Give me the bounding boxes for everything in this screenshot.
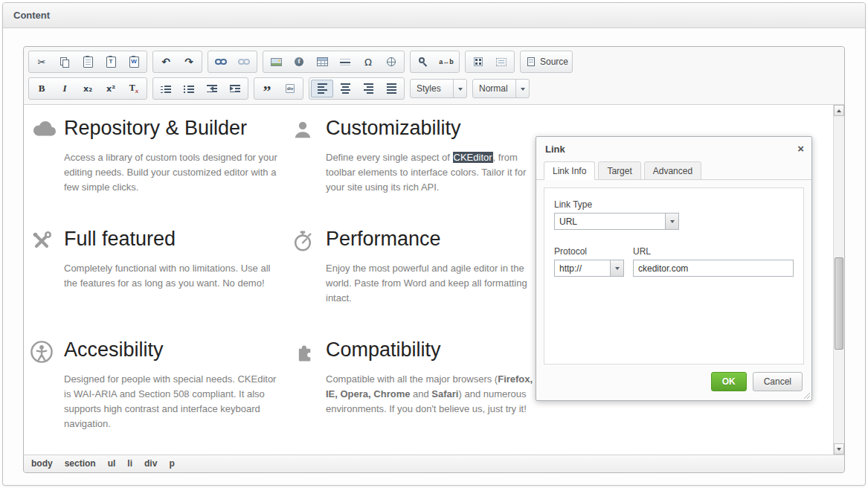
dialog-footer: OK Cancel bbox=[536, 370, 811, 400]
align-left-icon bbox=[316, 83, 329, 95]
content-titlebar: Content bbox=[3, 3, 865, 28]
toolbar-group: BIx₂x²Tx bbox=[28, 77, 147, 100]
text-segment: Completely functional with no limitation… bbox=[64, 263, 270, 289]
iframe-button[interactable] bbox=[380, 53, 402, 71]
replace-button[interactable]: a↔b bbox=[435, 53, 457, 71]
path-item-section[interactable]: section bbox=[65, 458, 96, 469]
align-left-button[interactable] bbox=[311, 80, 333, 97]
flash-button[interactable] bbox=[288, 53, 310, 71]
bulleted-list-button[interactable] bbox=[178, 80, 200, 97]
paste-text-button[interactable]: T bbox=[100, 53, 122, 71]
protocol-url-row: Protocol http:// URL bbox=[554, 246, 794, 277]
link-type-select[interactable]: URL bbox=[554, 213, 679, 230]
toolbar-group: ↶↷ bbox=[152, 51, 202, 73]
vertical-scrollbar[interactable] bbox=[833, 105, 844, 455]
italic-button[interactable]: I bbox=[54, 80, 76, 97]
resize-handle[interactable] bbox=[803, 391, 810, 399]
remove-format-button[interactable]: Tx bbox=[123, 80, 145, 97]
redo-icon: ↷ bbox=[183, 56, 196, 68]
url-input[interactable] bbox=[633, 260, 794, 277]
dialog-body: Link Type URL Protocol http:// bbox=[544, 187, 804, 365]
redo-button[interactable]: ↷ bbox=[178, 53, 200, 71]
close-icon[interactable]: × bbox=[797, 143, 804, 154]
accessibility-icon bbox=[30, 338, 64, 431]
dropdown-button[interactable] bbox=[665, 214, 678, 229]
outdent-button[interactable] bbox=[201, 80, 223, 97]
remove-format-icon: Tx bbox=[128, 83, 141, 95]
bold-button[interactable]: B bbox=[30, 80, 53, 97]
toolbar-group bbox=[208, 51, 257, 73]
source-button[interactable]: Source bbox=[522, 53, 570, 71]
tab-link-info[interactable]: Link Info bbox=[544, 161, 595, 180]
source-icon bbox=[524, 56, 537, 68]
align-right-button[interactable] bbox=[357, 80, 379, 97]
dialog-header[interactable]: Link × bbox=[536, 137, 811, 161]
subscript-icon: x₂ bbox=[82, 83, 94, 95]
link-button[interactable] bbox=[210, 53, 232, 71]
cancel-button[interactable]: Cancel bbox=[753, 372, 803, 391]
horizontal-rule-button[interactable] bbox=[334, 53, 356, 71]
indent-button[interactable] bbox=[224, 80, 246, 97]
source-label: Source bbox=[540, 57, 568, 67]
undo-button[interactable]: ↶ bbox=[155, 53, 177, 71]
tab-target[interactable]: Target bbox=[598, 161, 640, 180]
blockquote-button[interactable]: ” bbox=[256, 80, 278, 97]
feature-title: Repository & Builder bbox=[64, 117, 284, 140]
content-window: Content ✂TW↶↷Ωa↔bSourceBIx₂x²Tx”divStyle… bbox=[2, 2, 866, 486]
find-button[interactable] bbox=[412, 53, 434, 71]
maximize-button[interactable] bbox=[467, 53, 489, 71]
feature-text: Completely functional with no limitation… bbox=[64, 261, 284, 291]
show-blocks-button[interactable] bbox=[490, 53, 512, 71]
align-justify-button[interactable] bbox=[380, 80, 402, 97]
numbered-list-icon bbox=[160, 83, 173, 95]
table-button[interactable] bbox=[311, 53, 333, 71]
protocol-select[interactable]: http:// bbox=[554, 260, 624, 277]
styles-combo[interactable]: Styles bbox=[410, 79, 467, 98]
numbered-list-button[interactable] bbox=[155, 80, 177, 97]
page: Content ✂TW↶↷Ωa↔bSourceBIx₂x²Tx”divStyle… bbox=[0, 0, 868, 488]
link-icon bbox=[215, 56, 228, 68]
feature-text: Enjoy the most powerful and agile editor… bbox=[326, 261, 546, 306]
maximize-icon bbox=[472, 56, 485, 68]
table-icon bbox=[316, 56, 329, 68]
text-segment: Safari bbox=[431, 388, 458, 399]
align-center-button[interactable] bbox=[334, 80, 356, 97]
scroll-up-button[interactable] bbox=[834, 105, 844, 116]
chevron-down-icon bbox=[670, 220, 675, 225]
dropdown-button[interactable] bbox=[610, 260, 623, 276]
path-item-div[interactable]: div bbox=[144, 458, 157, 469]
iframe-icon bbox=[385, 56, 398, 68]
subscript-button[interactable]: x₂ bbox=[77, 80, 99, 97]
paste-from-word-button[interactable]: W bbox=[123, 53, 145, 71]
path-item-p[interactable]: p bbox=[169, 458, 174, 469]
feature-text: Access a library of custom tools designe… bbox=[64, 150, 284, 195]
paste-icon bbox=[82, 56, 94, 68]
feature-title: Full featured bbox=[64, 228, 284, 251]
paste-from-word-icon: W bbox=[128, 56, 141, 68]
image-button[interactable] bbox=[265, 53, 287, 71]
ok-button[interactable]: OK bbox=[711, 372, 747, 391]
chevron-down-icon bbox=[453, 80, 466, 97]
div-container-button[interactable]: div bbox=[279, 80, 301, 97]
show-blocks-icon bbox=[495, 56, 508, 68]
link-type-value: URL bbox=[555, 216, 665, 227]
format-combo[interactable]: Normal bbox=[472, 79, 530, 98]
copy-icon bbox=[59, 56, 71, 68]
down-arrow-icon bbox=[837, 448, 841, 453]
scrollbar-thumb[interactable] bbox=[835, 257, 843, 350]
path-item-body[interactable]: body bbox=[31, 458, 53, 469]
paste-button[interactable] bbox=[77, 53, 99, 71]
path-item-li[interactable]: li bbox=[127, 458, 132, 469]
unlink-button[interactable] bbox=[233, 53, 255, 71]
cut-button[interactable]: ✂ bbox=[30, 53, 53, 71]
div-container-icon: div bbox=[284, 83, 297, 95]
dialog-title: Link bbox=[545, 144, 565, 155]
chevron-down-icon bbox=[615, 267, 620, 272]
copy-button[interactable] bbox=[54, 53, 76, 71]
special-character-button[interactable]: Ω bbox=[357, 53, 379, 71]
tab-advanced[interactable]: Advanced bbox=[644, 161, 701, 180]
stopwatch-icon bbox=[292, 228, 326, 306]
path-item-ul[interactable]: ul bbox=[108, 458, 116, 469]
scroll-down-button[interactable] bbox=[834, 443, 844, 455]
superscript-button[interactable]: x² bbox=[100, 80, 122, 97]
